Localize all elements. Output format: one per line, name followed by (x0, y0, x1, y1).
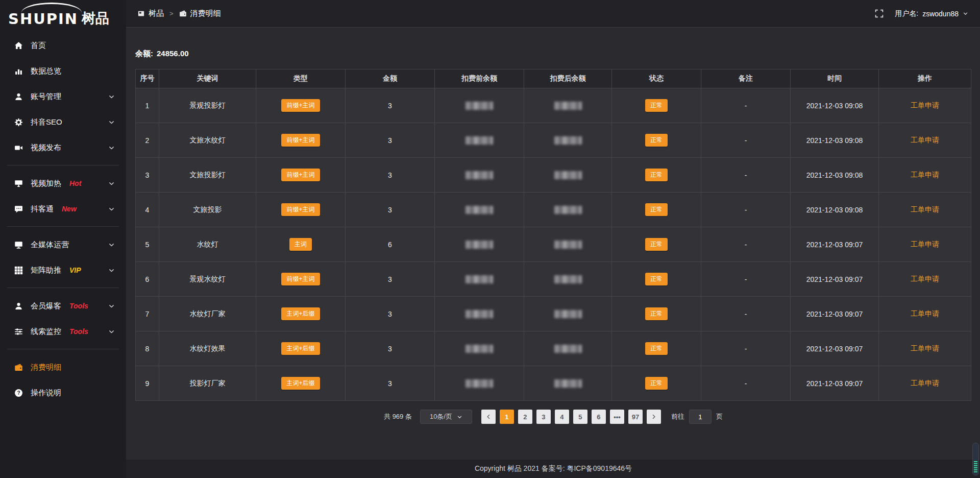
page-size-select[interactable]: 10条/页 (420, 410, 472, 424)
table-row: 4文旅投影前缀+主词3正常-2021-12-03 09:08工单申请 (136, 193, 971, 227)
sidebar-item-media-operation[interactable]: 全媒体运营 (0, 232, 126, 257)
cell-time: 2021-12-03 09:08 (791, 88, 879, 123)
page-button-5[interactable]: 5 (573, 410, 587, 424)
screen-icon (14, 179, 23, 188)
cell-keyword: 水纹灯 (159, 227, 256, 262)
cell-time: 2021-12-03 09:07 (791, 366, 879, 401)
sidebar-item-label: 首页 (31, 41, 46, 51)
sidebar-item-label: 会员爆客 (31, 301, 61, 311)
table-row: 8水纹灯效果主词+后缀3正常-2021-12-03 09:07工单申请 (136, 331, 971, 366)
sidebar-item-video-publish[interactable]: 视频发布 (0, 135, 126, 160)
cell-type: 前缀+主词 (256, 123, 346, 158)
status-badge: 正常 (645, 307, 668, 320)
masked-value (554, 206, 582, 214)
wallet-icon (179, 10, 187, 17)
masked-value (465, 241, 493, 249)
video-icon (14, 144, 23, 152)
sidebar-item-consume-detail[interactable]: 消费明细 (0, 354, 126, 380)
breadcrumb-item-consume-detail[interactable]: 消费明细 (179, 9, 221, 18)
cell-status: 正常 (612, 297, 701, 331)
user-dropdown[interactable]: 用户名: zswodun88 (895, 9, 968, 18)
cell-index: 1 (136, 88, 159, 123)
ticket-apply-link[interactable]: 工单申请 (911, 309, 939, 318)
ticket-apply-link[interactable]: 工单申请 (911, 101, 939, 109)
goto-page-input[interactable] (689, 410, 712, 424)
cell-action: 工单申请 (879, 331, 971, 366)
sidebar-item-clue-monitor[interactable]: 线索监控Tools (0, 319, 126, 344)
page-button-97[interactable]: 97 (628, 410, 643, 424)
ticket-apply-link[interactable]: 工单申请 (911, 344, 939, 352)
table-row: 2文旅水纹灯前缀+主词3正常-2021-12-03 09:08工单申请 (136, 123, 971, 158)
page-button-3[interactable]: 3 (536, 410, 551, 424)
balance-value: 24856.00 (157, 49, 189, 58)
table-row: 5水纹灯主词6正常-2021-12-03 09:07工单申请 (136, 227, 971, 262)
cell-action: 工单申请 (879, 366, 971, 401)
status-badge: 正常 (645, 203, 668, 216)
cell-amount: 6 (346, 227, 435, 262)
sidebar-item-video-heat[interactable]: 视频加热Hot (0, 171, 126, 196)
next-page-button[interactable] (647, 410, 661, 424)
cell-balance-before (435, 297, 524, 331)
status-badge: 正常 (645, 342, 668, 354)
topbar: 树品 > 消费明细 用户名: zswodun88 (126, 0, 980, 28)
sidebar-item-tag: Hot (69, 179, 81, 187)
cell-status: 正常 (612, 227, 701, 262)
cell-balance-before (435, 193, 524, 227)
ticket-apply-link[interactable]: 工单申请 (911, 379, 939, 387)
cell-keyword: 文旅投影 (159, 193, 256, 227)
breadcrumb: 树品 > 消费明细 (137, 9, 221, 18)
breadcrumb-label: 树品 (149, 9, 164, 18)
sidebar-item-member-baoke[interactable]: 会员爆客Tools (0, 293, 126, 319)
type-badge: 主词+后缀 (281, 307, 320, 320)
cell-action: 工单申请 (879, 193, 971, 227)
page-button-4[interactable]: 4 (555, 410, 569, 424)
sidebar-item-douyin-seo[interactable]: 抖音SEO (0, 109, 126, 135)
chevron-down-icon (108, 242, 115, 248)
brand-logo-cn: 树品 (82, 9, 109, 28)
breadcrumb-item-shupin[interactable]: 树品 (137, 9, 164, 18)
page-button-6[interactable]: 6 (592, 410, 606, 424)
cell-time: 2021-12-03 09:07 (791, 262, 879, 297)
fullscreen-icon[interactable] (875, 9, 884, 18)
cell-type: 前缀+主词 (256, 193, 346, 227)
sidebar-divider (7, 288, 119, 288)
sidebar-item-matrix-boost[interactable]: 矩阵助推VIP (0, 257, 126, 283)
chevron-down-icon (963, 11, 968, 16)
masked-value (465, 275, 493, 283)
brand-logo-en: SHUPIN (8, 10, 78, 28)
cell-balance-after (524, 262, 612, 297)
cell-remark: - (701, 331, 791, 366)
sidebar-divider (7, 349, 119, 349)
cell-status: 正常 (612, 158, 701, 193)
ticket-apply-link[interactable]: 工单申请 (911, 171, 939, 179)
column-header: 类型 (256, 69, 346, 88)
type-badge: 前缀+主词 (281, 134, 320, 146)
sidebar-item-home[interactable]: 首页 (0, 33, 126, 58)
breadcrumb-separator: > (169, 10, 174, 17)
ticket-apply-link[interactable]: 工单申请 (911, 205, 939, 213)
prev-page-button[interactable] (481, 410, 496, 424)
cell-balance-after (524, 297, 612, 331)
cell-amount: 3 (346, 123, 435, 158)
username-value: zswodun88 (922, 10, 959, 18)
page-button-1[interactable]: 1 (500, 410, 514, 424)
sidebar-item-data-overview[interactable]: 数据总览 (0, 58, 126, 84)
sidebar-item-account-manage[interactable]: 账号管理 (0, 84, 126, 109)
ticket-apply-link[interactable]: 工单申请 (911, 240, 939, 248)
sidebar-item-operation-guide[interactable]: ?操作说明 (0, 380, 126, 405)
consumption-table: 序号关键词类型金额扣费前余额扣费后余额状态备注时间操作 1景观投影灯前缀+主词3… (135, 69, 971, 401)
copyright-text: Copyright 树品 2021 备案号: 粤ICP备09019646号 (475, 464, 632, 473)
cell-status: 正常 (612, 193, 701, 227)
page-ellipsis[interactable]: ••• (610, 410, 624, 424)
ticket-apply-link[interactable]: 工单申请 (911, 136, 939, 144)
ticket-apply-link[interactable]: 工单申请 (911, 275, 939, 283)
chart-icon (14, 67, 23, 76)
page-button-2[interactable]: 2 (518, 410, 532, 424)
sidebar-item-douketong[interactable]: 抖客通New (0, 196, 126, 222)
masked-value (554, 241, 582, 249)
cell-balance-after (524, 331, 612, 366)
cell-type: 主词+后缀 (256, 297, 346, 331)
scroll-widget[interactable] (972, 443, 979, 475)
sidebar-item-tag: New (62, 205, 77, 213)
user-area: 用户名: zswodun88 (875, 9, 968, 18)
